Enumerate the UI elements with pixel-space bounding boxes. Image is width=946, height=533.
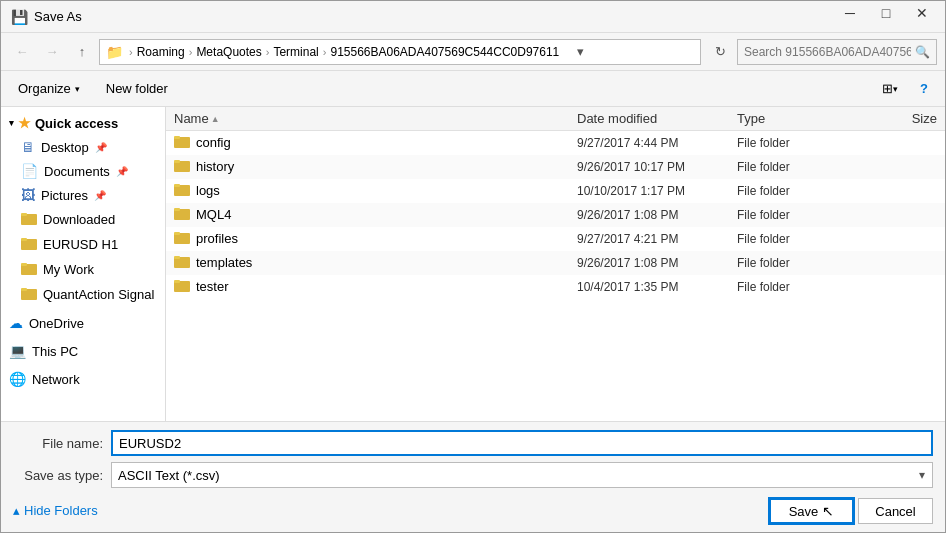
action-buttons: Save ↖ Cancel — [769, 498, 933, 524]
view-button[interactable]: ⊞ ▾ — [877, 76, 903, 102]
file-type: File folder — [737, 232, 857, 246]
file-date: 9/26/2017 1:08 PM — [577, 208, 737, 222]
filetype-select[interactable]: ASCII Text (*.csv) — [111, 462, 933, 488]
quantaction-folder-icon — [21, 286, 37, 303]
sidebar-item-network[interactable]: 🌐 Network — [1, 367, 165, 391]
table-row[interactable]: config 9/27/2017 4:44 PM File folder — [166, 131, 945, 155]
svg-rect-17 — [174, 232, 180, 235]
sidebar-item-quantaction[interactable]: QuantAction Signal — [1, 282, 165, 307]
organize-button[interactable]: Organize ▾ — [9, 78, 89, 99]
refresh-button[interactable]: ↻ — [707, 39, 733, 65]
file-date: 10/10/2017 1:17 PM — [577, 184, 737, 198]
sidebar-item-pictures[interactable]: 🖼 Pictures 📌 — [1, 183, 165, 207]
search-icon: 🔍 — [915, 45, 930, 59]
file-type: File folder — [737, 280, 857, 294]
svg-rect-13 — [174, 184, 180, 187]
svg-rect-19 — [174, 256, 180, 259]
file-type: File folder — [737, 184, 857, 198]
hide-folders-label: Hide Folders — [24, 503, 98, 518]
table-row[interactable]: MQL4 9/26/2017 1:08 PM File folder — [166, 203, 945, 227]
pictures-pin-icon: 📌 — [94, 190, 106, 201]
folder-icon — [174, 278, 190, 295]
network-icon: 🌐 — [9, 371, 26, 387]
table-row[interactable]: templates 9/26/2017 1:08 PM File folder — [166, 251, 945, 275]
col-header-date[interactable]: Date modified — [577, 111, 737, 126]
sidebar-item-downloaded[interactable]: Downloaded — [1, 207, 165, 232]
filetype-select-wrapper: ASCII Text (*.csv) — [111, 462, 933, 488]
close-button[interactable]: ✕ — [899, 0, 945, 29]
breadcrumb-path: 📁 › Roaming › MetaQuotes › Terminal › 91… — [106, 44, 561, 60]
back-button[interactable]: ← — [9, 39, 35, 65]
table-row[interactable]: logs 10/10/2017 1:17 PM File folder — [166, 179, 945, 203]
file-name-text: config — [196, 135, 231, 150]
desktop-pin-icon: 📌 — [95, 142, 107, 153]
search-input[interactable] — [744, 45, 911, 59]
breadcrumb-terminal: Terminal — [273, 45, 318, 59]
downloaded-folder-icon — [21, 211, 37, 228]
title-controls: ─ □ ✕ — [827, 5, 935, 29]
sidebar-item-thispc[interactable]: 💻 This PC — [1, 339, 165, 363]
quick-access-collapse-icon: ▾ — [9, 118, 14, 128]
col-header-size[interactable]: Size — [857, 111, 937, 126]
file-name-text: profiles — [196, 231, 238, 246]
col-header-type[interactable]: Type — [737, 111, 857, 126]
save-label: Save — [789, 504, 819, 519]
filename-input[interactable] — [111, 430, 933, 456]
breadcrumb-roaming: 📁 — [106, 44, 127, 60]
hide-folders-chevron: ▴ — [13, 503, 20, 518]
quick-access-section: ▾ ★ Quick access 🖥 Desktop 📌 📄 Documents… — [1, 111, 165, 307]
help-icon: ? — [920, 81, 928, 96]
address-bar[interactable]: 📁 › Roaming › MetaQuotes › Terminal › 91… — [99, 39, 701, 65]
file-name-text: history — [196, 159, 234, 174]
title-text: Save As — [34, 9, 82, 24]
sidebar-item-desktop[interactable]: 🖥 Desktop 📌 — [1, 135, 165, 159]
svg-rect-11 — [174, 160, 180, 163]
file-name-text: tester — [196, 279, 229, 294]
search-box[interactable]: 🔍 — [737, 39, 937, 65]
save-button[interactable]: Save ↖ — [769, 498, 854, 524]
sidebar-item-documents[interactable]: 📄 Documents 📌 — [1, 159, 165, 183]
new-folder-label: New folder — [106, 81, 168, 96]
file-type: File folder — [737, 136, 857, 150]
title-bar: 💾 Save As ─ □ ✕ — [1, 1, 945, 33]
dropdown-arrow-button[interactable]: ▾ — [567, 39, 593, 65]
sidebar-item-network-label: Network — [32, 372, 80, 387]
pictures-icon: 🖼 — [21, 187, 35, 203]
folder-icon — [174, 158, 190, 175]
filetype-row: Save as type: ASCII Text (*.csv) — [13, 462, 933, 488]
file-type: File folder — [737, 160, 857, 174]
sidebar: ▾ ★ Quick access 🖥 Desktop 📌 📄 Documents… — [1, 107, 166, 421]
breadcrumb-guid: 915566BA06ADA407569C544CC0D97611 — [330, 45, 559, 59]
filename-row: File name: — [13, 430, 933, 456]
svg-rect-9 — [174, 136, 180, 139]
file-type: File folder — [737, 208, 857, 222]
forward-button[interactable]: → — [39, 39, 65, 65]
cancel-button[interactable]: Cancel — [858, 498, 933, 524]
table-row[interactable]: history 9/26/2017 10:17 PM File folder — [166, 155, 945, 179]
organize-dropdown-icon: ▾ — [75, 84, 80, 94]
documents-pin-icon: 📌 — [116, 166, 128, 177]
sidebar-item-onedrive[interactable]: ☁ OneDrive — [1, 311, 165, 335]
help-button[interactable]: ? — [911, 76, 937, 102]
save-as-dialog: 💾 Save As ─ □ ✕ ← → ↑ 📁 › Roaming › Meta… — [0, 0, 946, 533]
new-folder-button[interactable]: New folder — [97, 78, 177, 99]
sidebar-item-mywork[interactable]: My Work — [1, 257, 165, 282]
hide-folders-button[interactable]: ▴ Hide Folders — [13, 503, 98, 518]
onedrive-icon: ☁ — [9, 315, 23, 331]
svg-rect-21 — [174, 280, 180, 283]
desktop-icon: 🖥 — [21, 139, 35, 155]
svg-rect-1 — [21, 213, 27, 216]
file-date: 10/4/2017 1:35 PM — [577, 280, 737, 294]
table-row[interactable]: tester 10/4/2017 1:35 PM File folder — [166, 275, 945, 299]
quick-access-header[interactable]: ▾ ★ Quick access — [1, 111, 165, 135]
main-content: ▾ ★ Quick access 🖥 Desktop 📌 📄 Documents… — [1, 107, 945, 421]
file-date: 9/26/2017 10:17 PM — [577, 160, 737, 174]
sidebar-item-eurusd[interactable]: EURUSD H1 — [1, 232, 165, 257]
title-bar-left: 💾 Save As — [11, 9, 82, 25]
up-button[interactable]: ↑ — [69, 39, 95, 65]
table-row[interactable]: profiles 9/27/2017 4:21 PM File folder — [166, 227, 945, 251]
file-date: 9/26/2017 1:08 PM — [577, 256, 737, 270]
svg-rect-5 — [21, 263, 27, 266]
filename-label: File name: — [13, 436, 103, 451]
col-header-name[interactable]: Name ▲ — [174, 111, 577, 126]
